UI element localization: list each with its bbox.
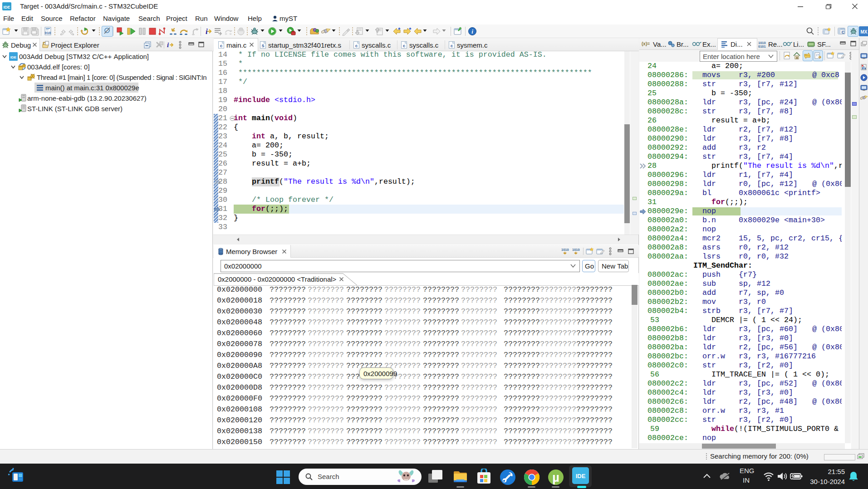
- svg-text:IDE: IDE: [3, 5, 10, 10]
- svg-text:S: S: [262, 44, 265, 49]
- svg-text:(x)=: (x)=: [642, 41, 650, 46]
- svg-text:1010: 1010: [561, 248, 569, 252]
- svg-text:c: c: [355, 44, 358, 49]
- svg-text:0101: 0101: [758, 44, 766, 48]
- svg-text:i: i: [471, 28, 473, 35]
- svg-text:IDE: IDE: [10, 55, 17, 59]
- svg-text:1010: 1010: [572, 248, 580, 252]
- svg-text:c: c: [220, 44, 223, 49]
- svg-text:i: i: [167, 41, 169, 49]
- svg-text:010: 010: [45, 31, 51, 35]
- svg-text:IDE: IDE: [576, 473, 586, 479]
- svg-text:c: c: [451, 44, 453, 49]
- svg-text:µ: µ: [552, 471, 559, 484]
- svg-text:C: C: [842, 30, 845, 34]
- svg-text:{=: {=: [816, 54, 819, 57]
- svg-text:MX: MX: [861, 29, 868, 34]
- svg-text:c: c: [403, 44, 406, 49]
